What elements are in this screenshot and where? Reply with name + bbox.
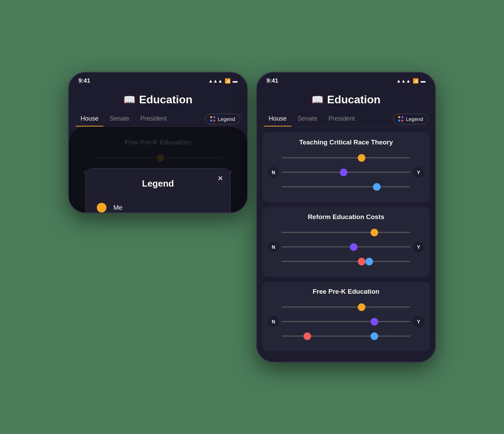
track-crt-1 bbox=[282, 157, 410, 158]
legend-dot-blue-1 bbox=[210, 120, 212, 122]
wifi-icon-1: 📶 bbox=[225, 78, 231, 84]
legend-dot-red-1 bbox=[213, 120, 215, 122]
slider-track-rec-1 bbox=[282, 229, 410, 236]
slider-row-crt-2: N Y bbox=[268, 167, 424, 178]
legend-btn-label-1: Legend bbox=[218, 116, 235, 122]
thumb-prek-blue bbox=[371, 332, 378, 340]
thumb-rec-red bbox=[358, 258, 365, 265]
thumb-rec-purple bbox=[350, 243, 357, 251]
legend-btn-label-2: Legend bbox=[406, 116, 423, 122]
slider-row-crt-1 bbox=[268, 152, 424, 163]
legend-dots-icon-2 bbox=[398, 116, 404, 122]
tab-president-1[interactable]: President bbox=[136, 112, 171, 126]
policy-card-prek: Free Pre-K Education N bbox=[262, 282, 430, 351]
battery-icon-1: ▬ bbox=[233, 78, 237, 84]
slider-track-prek-1 bbox=[282, 304, 410, 311]
slider-row-rec-3 bbox=[268, 256, 424, 267]
phone2-scroll-content: Teaching Critical Race Theory N bbox=[257, 127, 435, 362]
modal-title: Legend bbox=[97, 178, 219, 189]
status-icons-2: ▲▲▲ 📶 ▬ bbox=[396, 78, 426, 84]
sl-prek-2-n: N bbox=[268, 316, 279, 327]
track-prek-3 bbox=[282, 336, 410, 337]
track-prek-2 bbox=[282, 321, 410, 322]
slider-row-rec-2: N Y bbox=[268, 242, 424, 253]
legend-dot-yellow-2 bbox=[398, 116, 400, 118]
content-with-modal-1: Free Pre-K Education N bbox=[69, 127, 247, 213]
phone-2: 9:41 ▲▲▲ 📶 ▬ 📖 Education House Senate Pr… bbox=[256, 72, 436, 362]
track-crt-2 bbox=[282, 172, 410, 173]
slider-track-prek-2 bbox=[282, 318, 410, 325]
legend-modal-overlay: ✕ Legend Me Other Voters Elected Of bbox=[69, 127, 247, 213]
tab-house-2[interactable]: House bbox=[264, 112, 291, 126]
sl-prek-2-y: Y bbox=[413, 316, 424, 327]
policy-card-crt: Teaching Critical Race Theory N bbox=[262, 132, 430, 202]
legend-circle-me bbox=[97, 203, 106, 213]
slider-row-crt-3 bbox=[268, 181, 424, 192]
thumb-crt-purple bbox=[340, 169, 347, 176]
app-header-2: 📖 Education bbox=[257, 86, 435, 112]
thumb-crt-blue bbox=[373, 183, 381, 191]
slider-track-rec-2 bbox=[282, 244, 410, 251]
wifi-icon-2: 📶 bbox=[413, 78, 419, 84]
status-time-2: 9:41 bbox=[267, 77, 278, 84]
thumb-prek-yellow bbox=[358, 303, 365, 311]
legend-button-1[interactable]: Legend bbox=[205, 114, 240, 124]
thumb-rec-yellow bbox=[371, 229, 378, 236]
status-bar-2: 9:41 ▲▲▲ 📶 ▬ bbox=[257, 73, 435, 86]
slider-track-rec-3 bbox=[282, 258, 410, 265]
thumb-prek-red bbox=[304, 332, 311, 340]
legend-dots-icon-1 bbox=[210, 116, 216, 122]
tab-house-1[interactable]: House bbox=[76, 112, 103, 126]
slider-track-crt-2 bbox=[282, 169, 410, 176]
signal-icon-1: ▲▲▲ bbox=[208, 78, 223, 84]
screenshot-container: 9:41 ▲▲▲ 📶 ▬ 📖 Education House Senate Pr… bbox=[68, 72, 436, 362]
slider-row-prek-1 bbox=[268, 302, 424, 313]
thumb-crt-yellow bbox=[358, 154, 365, 162]
thumb-prek-purple bbox=[371, 318, 378, 326]
book-icon-2: 📖 bbox=[311, 94, 324, 105]
sl-crt-2-y: Y bbox=[413, 167, 424, 178]
legend-button-2[interactable]: Legend bbox=[393, 114, 428, 124]
slider-row-prek-2: N Y bbox=[268, 316, 424, 327]
status-bar-1: 9:41 ▲▲▲ 📶 ▬ bbox=[69, 73, 247, 86]
policy-title-prek: Free Pre-K Education bbox=[268, 288, 424, 295]
status-time-1: 9:41 bbox=[78, 77, 90, 84]
legend-dot-yellow-1 bbox=[210, 116, 212, 118]
legend-dot-red-2 bbox=[401, 120, 403, 122]
tab-senate-1[interactable]: Senate bbox=[105, 112, 134, 126]
status-icons-1: ▲▲▲ 📶 ▬ bbox=[208, 78, 237, 84]
slider-row-rec-1 bbox=[268, 227, 424, 238]
app-header-1: 📖 Education bbox=[69, 86, 247, 112]
slider-track-crt-3 bbox=[282, 183, 410, 190]
nav-tabs-2: House Senate President Legend bbox=[257, 112, 435, 127]
legend-modal: ✕ Legend Me Other Voters Elected Of bbox=[85, 168, 231, 213]
app-title-2: Education bbox=[327, 93, 381, 106]
phone-1: 9:41 ▲▲▲ 📶 ▬ 📖 Education House Senate Pr… bbox=[68, 72, 248, 213]
legend-item-me: Me bbox=[97, 197, 219, 213]
thumb-rec-blue bbox=[365, 258, 373, 265]
sl-crt-2-n: N bbox=[268, 167, 279, 178]
legend-label-me: Me bbox=[113, 204, 122, 211]
tab-president-2[interactable]: President bbox=[324, 112, 360, 126]
slider-track-crt-1 bbox=[282, 154, 410, 161]
policy-title-crt: Teaching Critical Race Theory bbox=[268, 139, 424, 146]
modal-close-button[interactable]: ✕ bbox=[217, 174, 223, 182]
tab-senate-2[interactable]: Senate bbox=[293, 112, 322, 126]
track-prek-1 bbox=[282, 306, 410, 308]
policy-title-rec: Reform Education Costs bbox=[268, 213, 424, 221]
sl-rec-2-n: N bbox=[268, 242, 279, 253]
track-rec-1 bbox=[282, 232, 410, 233]
sl-rec-2-y: Y bbox=[413, 242, 424, 253]
track-rec-2 bbox=[282, 246, 410, 247]
app-title-1: Education bbox=[139, 93, 193, 106]
signal-icon-2: ▲▲▲ bbox=[396, 78, 411, 84]
slider-row-prek-3 bbox=[268, 331, 424, 342]
legend-dot-purple-1 bbox=[213, 116, 215, 118]
nav-tabs-1: House Senate President Legend bbox=[69, 112, 247, 127]
track-crt-3 bbox=[282, 186, 410, 187]
battery-icon-2: ▬ bbox=[421, 78, 426, 84]
slider-track-prek-3 bbox=[282, 333, 410, 340]
policy-card-rec: Reform Education Costs N bbox=[262, 207, 430, 277]
book-icon-1: 📖 bbox=[123, 94, 136, 105]
track-rec-3 bbox=[282, 261, 410, 262]
